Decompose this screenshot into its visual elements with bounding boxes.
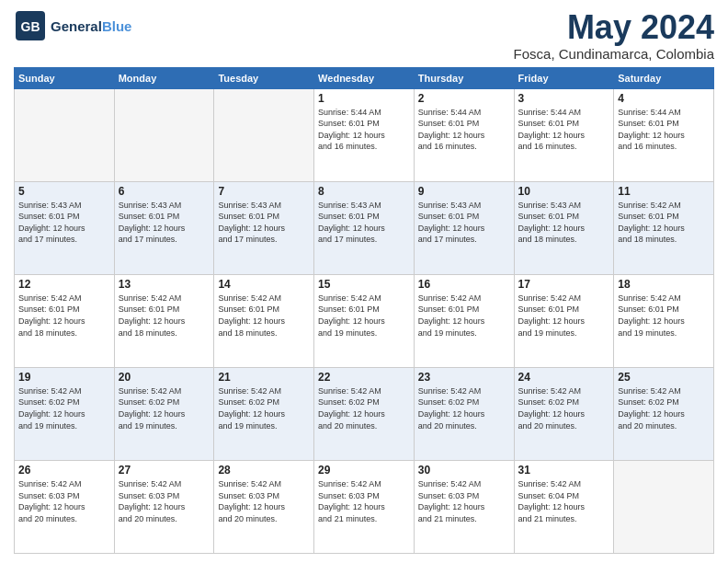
day-info: Sunrise: 5:42 AMSunset: 6:01 PMDaylight:… [618,293,710,339]
calendar-cell: 3Sunrise: 5:44 AMSunset: 6:01 PMDaylight… [514,88,614,181]
day-number: 12 [18,278,110,291]
calendar-cell: 29Sunrise: 5:42 AMSunset: 6:03 PMDayligh… [314,460,415,553]
calendar-cell: 7Sunrise: 5:43 AMSunset: 6:01 PMDaylight… [214,181,314,274]
day-number: 15 [318,278,410,291]
day-number: 20 [119,371,210,384]
calendar-cell: 22Sunrise: 5:42 AMSunset: 6:02 PMDayligh… [314,367,415,460]
calendar-cell: 1Sunrise: 5:44 AMSunset: 6:01 PMDaylight… [314,88,415,181]
day-number: 28 [218,464,310,477]
header: GB GeneralBlue May 2024 Fosca, Cundinama… [14,9,714,62]
calendar-cell: 25Sunrise: 5:42 AMSunset: 6:02 PMDayligh… [614,367,714,460]
week-row-5: 26Sunrise: 5:42 AMSunset: 6:03 PMDayligh… [15,460,714,553]
calendar-cell [614,460,714,553]
day-number: 25 [618,371,710,384]
day-number: 26 [18,464,110,477]
day-header-tuesday: Tuesday [214,67,314,88]
day-info: Sunrise: 5:42 AMSunset: 6:02 PMDaylight:… [618,385,710,431]
month-title: May 2024 [514,9,714,46]
day-info: Sunrise: 5:44 AMSunset: 6:01 PMDaylight:… [318,107,410,153]
day-number: 13 [119,278,210,291]
day-info: Sunrise: 5:42 AMSunset: 6:01 PMDaylight:… [618,200,710,246]
day-number: 11 [618,185,710,198]
day-info: Sunrise: 5:44 AMSunset: 6:01 PMDaylight:… [618,107,710,153]
calendar-cell: 6Sunrise: 5:43 AMSunset: 6:01 PMDaylight… [114,181,214,274]
calendar-cell: 14Sunrise: 5:42 AMSunset: 6:01 PMDayligh… [214,274,314,367]
day-number: 14 [218,278,310,291]
day-info: Sunrise: 5:43 AMSunset: 6:01 PMDaylight:… [18,200,110,246]
calendar-cell: 4Sunrise: 5:44 AMSunset: 6:01 PMDaylight… [614,88,714,181]
calendar-cell: 12Sunrise: 5:42 AMSunset: 6:01 PMDayligh… [15,274,115,367]
day-number: 8 [318,185,410,198]
day-number: 9 [418,185,510,198]
calendar-cell [114,88,214,181]
calendar-cell: 20Sunrise: 5:42 AMSunset: 6:02 PMDayligh… [114,367,214,460]
day-info: Sunrise: 5:42 AMSunset: 6:02 PMDaylight:… [218,385,310,431]
day-number: 21 [218,371,310,384]
logo-text: GeneralBlue [51,18,131,34]
calendar-cell: 26Sunrise: 5:42 AMSunset: 6:03 PMDayligh… [15,460,115,553]
day-number: 17 [518,278,610,291]
day-number: 30 [418,464,510,477]
calendar-cell: 11Sunrise: 5:42 AMSunset: 6:01 PMDayligh… [614,181,714,274]
week-row-3: 12Sunrise: 5:42 AMSunset: 6:01 PMDayligh… [15,274,714,367]
day-header-wednesday: Wednesday [314,67,415,88]
day-info: Sunrise: 5:42 AMSunset: 6:02 PMDaylight:… [318,385,410,431]
day-number: 22 [318,371,410,384]
calendar-cell: 16Sunrise: 5:42 AMSunset: 6:01 PMDayligh… [414,274,514,367]
day-info: Sunrise: 5:43 AMSunset: 6:01 PMDaylight:… [518,200,610,246]
svg-text:GB: GB [21,19,40,34]
day-info: Sunrise: 5:42 AMSunset: 6:01 PMDaylight:… [18,293,110,339]
calendar-cell: 24Sunrise: 5:42 AMSunset: 6:02 PMDayligh… [514,367,614,460]
calendar-cell [15,88,115,181]
day-info: Sunrise: 5:44 AMSunset: 6:01 PMDaylight:… [518,107,610,153]
day-info: Sunrise: 5:42 AMSunset: 6:02 PMDaylight:… [418,385,510,431]
week-row-2: 5Sunrise: 5:43 AMSunset: 6:01 PMDaylight… [15,181,714,274]
day-info: Sunrise: 5:42 AMSunset: 6:03 PMDaylight:… [18,478,110,524]
day-number: 27 [119,464,210,477]
day-info: Sunrise: 5:42 AMSunset: 6:04 PMDaylight:… [518,478,610,524]
calendar-cell: 15Sunrise: 5:42 AMSunset: 6:01 PMDayligh… [314,274,415,367]
day-number: 16 [418,278,510,291]
day-number: 6 [119,185,210,198]
calendar-cell: 30Sunrise: 5:42 AMSunset: 6:03 PMDayligh… [414,460,514,553]
calendar-cell: 8Sunrise: 5:43 AMSunset: 6:01 PMDaylight… [314,181,415,274]
day-number: 7 [218,185,310,198]
location: Fosca, Cundinamarca, Colombia [514,46,714,62]
day-info: Sunrise: 5:42 AMSunset: 6:02 PMDaylight:… [18,385,110,431]
calendar-cell: 17Sunrise: 5:42 AMSunset: 6:01 PMDayligh… [514,274,614,367]
day-number: 18 [618,278,710,291]
day-number: 29 [318,464,410,477]
calendar-cell: 21Sunrise: 5:42 AMSunset: 6:02 PMDayligh… [214,367,314,460]
week-row-4: 19Sunrise: 5:42 AMSunset: 6:02 PMDayligh… [15,367,714,460]
day-info: Sunrise: 5:42 AMSunset: 6:03 PMDaylight:… [218,478,310,524]
day-info: Sunrise: 5:42 AMSunset: 6:01 PMDaylight:… [119,293,210,339]
day-info: Sunrise: 5:43 AMSunset: 6:01 PMDaylight:… [318,200,410,246]
day-info: Sunrise: 5:42 AMSunset: 6:03 PMDaylight:… [119,478,210,524]
day-number: 24 [518,371,610,384]
calendar-cell: 2Sunrise: 5:44 AMSunset: 6:01 PMDaylight… [414,88,514,181]
day-header-saturday: Saturday [614,67,714,88]
header-row: SundayMondayTuesdayWednesdayThursdayFrid… [15,67,714,88]
day-number: 23 [418,371,510,384]
day-info: Sunrise: 5:43 AMSunset: 6:01 PMDaylight:… [218,200,310,246]
day-info: Sunrise: 5:42 AMSunset: 6:03 PMDaylight:… [418,478,510,524]
calendar-cell: 5Sunrise: 5:43 AMSunset: 6:01 PMDaylight… [15,181,115,274]
day-number: 31 [518,464,610,477]
day-info: Sunrise: 5:43 AMSunset: 6:01 PMDaylight:… [418,200,510,246]
day-header-friday: Friday [514,67,614,88]
calendar-cell: 10Sunrise: 5:43 AMSunset: 6:01 PMDayligh… [514,181,614,274]
day-number: 3 [518,92,610,105]
day-number: 1 [318,92,410,105]
day-info: Sunrise: 5:42 AMSunset: 6:02 PMDaylight:… [119,385,210,431]
calendar-cell: 19Sunrise: 5:42 AMSunset: 6:02 PMDayligh… [15,367,115,460]
day-info: Sunrise: 5:43 AMSunset: 6:01 PMDaylight:… [119,200,210,246]
calendar-cell: 9Sunrise: 5:43 AMSunset: 6:01 PMDaylight… [414,181,514,274]
calendar-table: SundayMondayTuesdayWednesdayThursdayFrid… [14,67,714,554]
page: GB GeneralBlue May 2024 Fosca, Cundinama… [0,0,728,563]
day-header-sunday: Sunday [15,67,115,88]
day-number: 4 [618,92,710,105]
day-header-thursday: Thursday [414,67,514,88]
logo: GB GeneralBlue [14,9,131,42]
day-info: Sunrise: 5:42 AMSunset: 6:01 PMDaylight:… [318,293,410,339]
day-info: Sunrise: 5:42 AMSunset: 6:03 PMDaylight:… [318,478,410,524]
